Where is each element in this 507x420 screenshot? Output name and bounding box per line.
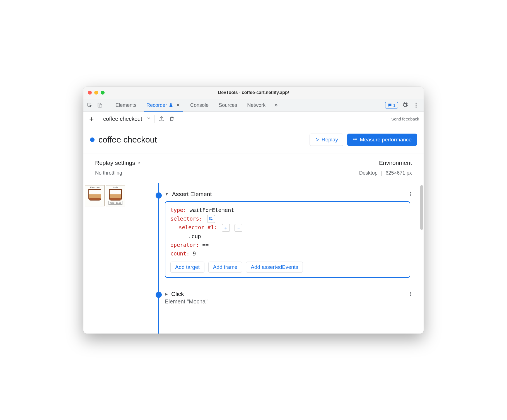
chevron-right-icon: ▶ bbox=[165, 292, 168, 296]
svg-rect-2 bbox=[100, 104, 102, 107]
tab-label: Sources bbox=[219, 102, 237, 108]
throttling-value: No throttling bbox=[95, 170, 348, 176]
measure-label: Measure performance bbox=[360, 137, 412, 143]
more-menu-icon[interactable] bbox=[412, 101, 420, 109]
flask-icon bbox=[169, 103, 173, 107]
replay-button[interactable]: Replay bbox=[310, 134, 343, 146]
export-button[interactable] bbox=[158, 115, 165, 122]
tab-sources[interactable]: Sources bbox=[214, 99, 242, 112]
titlebar: DevTools - coffee-cart.netlify.app/ bbox=[83, 87, 424, 99]
recording-title: coffee checkout bbox=[98, 135, 310, 144]
devtools-window: DevTools - coffee-cart.netlify.app/ Elem… bbox=[83, 87, 424, 334]
screenshot-thumbnails: Capuccino Mocha Total: $0.00 bbox=[83, 183, 128, 334]
selector-value[interactable]: .cup bbox=[188, 233, 201, 239]
step-subtitle: Element "Mocha" bbox=[165, 298, 412, 305]
thumbnail[interactable]: Capuccino bbox=[85, 185, 105, 206]
step-details: type: waitForElement selectors: selector… bbox=[165, 201, 410, 278]
chevron-down-icon: ▼ bbox=[165, 192, 169, 196]
recorder-toolbar: ＋ coffee checkout Send feedback bbox=[83, 112, 424, 126]
step-header[interactable]: ▼ Assert Element bbox=[165, 191, 412, 197]
tab-elements[interactable]: Elements bbox=[110, 99, 141, 112]
close-window-button[interactable] bbox=[88, 91, 92, 95]
recording-header: coffee checkout Replay Measure performan… bbox=[83, 126, 424, 153]
scrollbar[interactable] bbox=[420, 185, 423, 230]
zoom-window-button[interactable] bbox=[101, 91, 105, 95]
cup-icon bbox=[109, 189, 122, 201]
device-value: Desktop bbox=[359, 170, 378, 176]
steps-timeline: ▼ Assert Element type: waitForElement se… bbox=[128, 183, 424, 334]
thumbnail[interactable]: Mocha Total: $0.00 bbox=[106, 185, 125, 206]
tab-label: Console bbox=[190, 102, 209, 108]
delete-button[interactable] bbox=[168, 115, 175, 122]
chevron-right-icon bbox=[137, 161, 141, 165]
tab-label: Elements bbox=[115, 102, 136, 108]
tab-recorder[interactable]: Recorder ✕ bbox=[141, 99, 185, 112]
viewport-value: 625×671 px bbox=[385, 170, 412, 176]
svg-point-4 bbox=[416, 105, 417, 106]
tab-label: Network bbox=[247, 102, 265, 108]
environment-label: Environment bbox=[359, 160, 412, 166]
step-marker-icon bbox=[156, 192, 162, 199]
thumb-label: Capuccino bbox=[90, 186, 99, 188]
thumb-total: Total: $0.00 bbox=[108, 201, 122, 205]
tabs-overflow[interactable] bbox=[271, 99, 281, 112]
step-menu-icon[interactable] bbox=[410, 292, 411, 296]
device-toggle-icon[interactable] bbox=[96, 101, 104, 109]
separator bbox=[99, 115, 99, 123]
gauge-icon bbox=[353, 137, 358, 142]
settings-row: Replay settings No throttling Environmen… bbox=[83, 153, 424, 183]
cup-icon bbox=[88, 189, 101, 201]
prop-key: operator bbox=[170, 242, 196, 248]
prop-value[interactable]: == bbox=[202, 242, 209, 248]
separator: | bbox=[381, 170, 382, 176]
window-title: DevTools - coffee-cart.netlify.app/ bbox=[83, 90, 424, 95]
status-dot-icon bbox=[90, 137, 95, 142]
issues-badge[interactable]: 1 bbox=[385, 102, 398, 108]
step-marker-icon bbox=[156, 292, 162, 298]
step-menu-icon[interactable] bbox=[410, 192, 411, 196]
prop-key: selectors bbox=[170, 216, 199, 222]
svg-point-5 bbox=[416, 107, 417, 108]
prop-value[interactable]: waitForElement bbox=[190, 207, 234, 213]
step-title: Click bbox=[171, 291, 184, 297]
pick-selector-button[interactable] bbox=[207, 215, 215, 223]
send-feedback-link[interactable]: Send feedback bbox=[391, 117, 419, 121]
prop-value[interactable]: 9 bbox=[193, 250, 196, 257]
issues-count: 1 bbox=[393, 103, 395, 108]
traffic-lights bbox=[88, 91, 105, 95]
remove-selector-button[interactable]: － bbox=[235, 224, 242, 232]
inspect-icon[interactable] bbox=[86, 101, 94, 109]
close-tab-icon[interactable]: ✕ bbox=[176, 102, 180, 108]
chevron-right-double-icon bbox=[273, 103, 278, 108]
prop-key: selector #1 bbox=[179, 224, 214, 230]
replay-settings-label: Replay settings bbox=[95, 160, 135, 166]
minimize-window-button[interactable] bbox=[94, 91, 98, 95]
settings-gear-icon[interactable] bbox=[401, 101, 409, 109]
measure-performance-button[interactable]: Measure performance bbox=[347, 134, 417, 146]
separator bbox=[108, 102, 108, 109]
play-icon bbox=[315, 137, 319, 142]
step-title: Assert Element bbox=[172, 191, 212, 197]
chat-icon bbox=[388, 103, 392, 107]
replay-label: Replay bbox=[322, 137, 338, 143]
step-header[interactable]: ▶ Click bbox=[165, 291, 412, 297]
add-frame-button[interactable]: Add frame bbox=[208, 262, 242, 273]
timeline-content: Capuccino Mocha Total: $0.00 ▼ Assert El… bbox=[83, 183, 424, 334]
add-selector-button[interactable]: ＋ bbox=[222, 224, 230, 232]
tab-network[interactable]: Network bbox=[242, 99, 271, 112]
panel-tabbar: Elements Recorder ✕ Console Sources Netw… bbox=[83, 99, 424, 112]
separator bbox=[154, 115, 155, 123]
replay-settings-toggle[interactable]: Replay settings bbox=[95, 160, 348, 166]
step-click: ▶ Click Element "Mocha" bbox=[159, 291, 412, 305]
recording-selector-dropdown[interactable] bbox=[146, 116, 151, 122]
svg-point-6 bbox=[355, 139, 356, 140]
new-recording-button[interactable]: ＋ bbox=[88, 115, 95, 122]
svg-point-3 bbox=[416, 103, 417, 104]
tab-label: Recorder bbox=[146, 102, 167, 108]
add-asserted-events-button[interactable]: Add assertedEvents bbox=[246, 262, 303, 273]
recording-selector-label: coffee checkout bbox=[103, 116, 142, 122]
thumb-label: Mocha bbox=[112, 186, 118, 188]
add-target-button[interactable]: Add target bbox=[170, 262, 204, 273]
tab-console[interactable]: Console bbox=[185, 99, 214, 112]
prop-key: type bbox=[170, 207, 183, 213]
